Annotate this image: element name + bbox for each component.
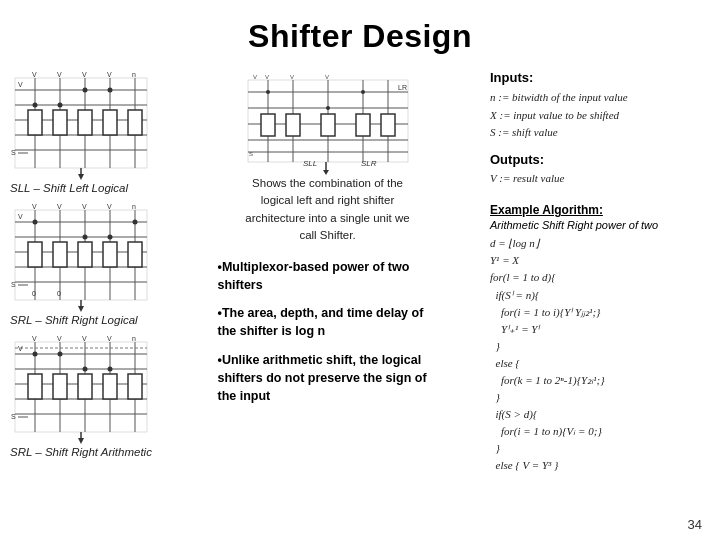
- svg-text:S: S: [11, 413, 16, 420]
- svg-marker-90: [78, 438, 84, 444]
- left-diagrams-col: V V V V V n S SLL – Shift Left Logical: [10, 65, 165, 540]
- svg-text:V: V: [57, 71, 62, 78]
- svg-text:V: V: [57, 335, 62, 342]
- srl-arithmetic-diagram: V V V V V n S SRL – Shift Right Arithmet…: [10, 334, 155, 458]
- algo-code: d = ⌊log n⌋ Y¹ = X for(l = 1 to d){ if(S…: [490, 235, 710, 491]
- svg-text:SLL: SLL: [303, 159, 317, 168]
- svg-text:0: 0: [57, 290, 61, 297]
- svg-point-46: [33, 220, 38, 225]
- svg-text:S: S: [11, 149, 16, 156]
- outputs-label: Outputs:: [490, 152, 710, 167]
- right-col: Inputs: n := bitwidth of the input value…: [490, 65, 710, 540]
- svg-rect-43: [78, 242, 92, 267]
- svg-point-48: [108, 235, 113, 240]
- svg-rect-12: [53, 110, 67, 135]
- svg-point-80: [83, 367, 88, 372]
- sll-label: SLL – Shift Left Logical: [10, 182, 155, 194]
- svg-rect-107: [381, 114, 395, 136]
- svg-rect-41: [28, 242, 42, 267]
- svg-rect-106: [356, 114, 370, 136]
- svg-text:LR: LR: [398, 84, 407, 91]
- combined-diagram: SLL SLR V V V V S LR: [243, 70, 413, 175]
- bullet-1: •Multiplexor-based power of two shifters: [218, 258, 438, 294]
- svg-point-120: [326, 106, 330, 110]
- svg-point-16: [33, 103, 38, 108]
- svg-text:V: V: [82, 71, 87, 78]
- svg-text:V: V: [57, 203, 62, 210]
- svg-text:V: V: [253, 74, 257, 80]
- bullet-2: •The area, depth, and time delay of the …: [218, 304, 438, 340]
- middle-col: SLL SLR V V V V S LR Shows the c: [165, 65, 490, 540]
- svg-text:V: V: [32, 71, 37, 78]
- page-number: 34: [688, 517, 702, 532]
- svg-marker-57: [78, 306, 84, 312]
- inputs-label: Inputs:: [490, 70, 710, 85]
- svg-rect-104: [261, 114, 275, 136]
- svg-point-121: [361, 90, 365, 94]
- svg-text:0: 0: [32, 290, 36, 297]
- svg-rect-44: [103, 242, 117, 267]
- svg-text:V: V: [107, 335, 112, 342]
- svg-point-18: [83, 88, 88, 93]
- svg-rect-75: [78, 374, 92, 399]
- svg-rect-76: [103, 374, 117, 399]
- output-lines: V := result value: [490, 170, 710, 188]
- example-algo-title: Example Algorithm:: [490, 203, 710, 217]
- svg-text:S: S: [249, 151, 253, 157]
- svg-text:V: V: [32, 203, 37, 210]
- svg-point-119: [266, 90, 270, 94]
- svg-rect-105: [286, 114, 300, 136]
- svg-rect-108: [321, 114, 335, 136]
- input-line-1: n := bitwidth of the input value: [490, 89, 710, 107]
- center-description: Shows the combination of the logical lef…: [238, 175, 418, 244]
- svg-rect-13: [78, 110, 92, 135]
- svg-text:n: n: [132, 71, 136, 78]
- svg-rect-11: [28, 110, 42, 135]
- sll-diagram: V V V V V n S SLL – Shift Left Logical: [10, 70, 155, 194]
- srl-logical-label: SRL – Shift Right Logical: [10, 314, 155, 326]
- input-line-3: S := shift value: [490, 124, 710, 142]
- svg-text:V: V: [290, 74, 294, 80]
- svg-point-19: [108, 88, 113, 93]
- svg-point-49: [133, 220, 138, 225]
- svg-rect-77: [128, 374, 142, 399]
- svg-text:S: S: [11, 281, 16, 288]
- svg-text:V: V: [107, 203, 112, 210]
- input-lines: n := bitwidth of the input value X := in…: [490, 89, 710, 142]
- svg-point-79: [58, 352, 63, 357]
- page-title: Shifter Design: [0, 0, 720, 65]
- bullet-3: •Unlike arithmetic shift, the logical sh…: [218, 351, 438, 405]
- svg-text:V: V: [32, 335, 37, 342]
- svg-rect-15: [128, 110, 142, 135]
- srl-logical-diagram: V V V V V n S 0 0 SRL – Shift Right Logi…: [10, 202, 155, 326]
- svg-marker-27: [78, 174, 84, 180]
- srl-arithmetic-label: SRL – Shift Right Arithmetic: [10, 446, 155, 458]
- svg-text:V: V: [107, 71, 112, 78]
- bullet-list: •Multiplexor-based power of two shifters…: [218, 258, 438, 415]
- svg-text:V: V: [82, 335, 87, 342]
- svg-rect-14: [103, 110, 117, 135]
- svg-point-81: [108, 367, 113, 372]
- svg-rect-42: [53, 242, 67, 267]
- svg-point-78: [33, 352, 38, 357]
- svg-text:V: V: [18, 345, 23, 352]
- svg-text:n: n: [132, 335, 136, 342]
- svg-text:V: V: [82, 203, 87, 210]
- svg-text:V: V: [265, 74, 269, 80]
- svg-text:V: V: [18, 81, 23, 88]
- svg-text:V: V: [18, 213, 23, 220]
- svg-rect-73: [28, 374, 42, 399]
- svg-point-17: [58, 103, 63, 108]
- svg-text:n: n: [132, 203, 136, 210]
- example-algo-subtitle: Arithmetic Shift Right power of two: [490, 219, 710, 231]
- svg-text:SLR: SLR: [361, 159, 377, 168]
- output-line-1: V := result value: [490, 170, 710, 188]
- svg-marker-118: [323, 170, 329, 175]
- svg-rect-74: [53, 374, 67, 399]
- input-line-2: X := input value to be shifted: [490, 107, 710, 125]
- svg-text:V: V: [325, 74, 329, 80]
- svg-rect-45: [128, 242, 142, 267]
- svg-point-47: [83, 235, 88, 240]
